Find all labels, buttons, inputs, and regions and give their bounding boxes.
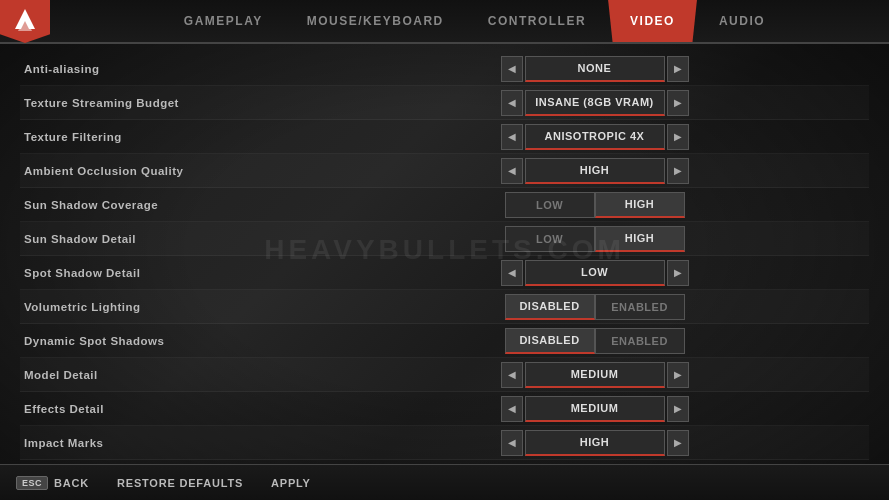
setting-row-volumetric-lighting: Volumetric Lighting Disabled Enabled (20, 290, 869, 324)
setting-label-spot-shadow-detail: Spot Shadow Detail (24, 267, 324, 279)
toggle-high-sun-shadow-coverage[interactable]: High (595, 192, 685, 218)
setting-row-texture-streaming: Texture Streaming Budget ◀ Insane (8GB V… (20, 86, 869, 120)
toggle-low-sun-shadow-detail[interactable]: Low (505, 226, 595, 252)
setting-control-sun-shadow-coverage: Low High (324, 192, 865, 218)
main-content: Anti-aliasing ◀ None ▶ Texture Streaming… (0, 44, 889, 500)
tab-gameplay[interactable]: GAMEPLAY (162, 0, 285, 42)
esc-key-badge: ESC (16, 476, 48, 490)
arrow-right-spot-shadow-detail[interactable]: ▶ (667, 260, 689, 286)
setting-control-dynamic-spot-shadows: Disabled Enabled (324, 328, 865, 354)
tab-video[interactable]: VIDEO (608, 0, 697, 42)
setting-row-dynamic-spot-shadows: Dynamic Spot Shadows Disabled Enabled (20, 324, 869, 358)
back-action[interactable]: ESC Back (16, 476, 89, 490)
setting-row-antialiasing: Anti-aliasing ◀ None ▶ (20, 52, 869, 86)
apply-action[interactable]: Apply (271, 477, 311, 489)
setting-control-effects-detail: ◀ Medium ▶ (324, 396, 865, 422)
setting-row-ambient-occlusion: Ambient Occlusion Quality ◀ High ▶ (20, 154, 869, 188)
tab-mouse-keyboard[interactable]: MOUSE/KEYBOARD (285, 0, 466, 42)
setting-row-impact-marks: Impact Marks ◀ High ▶ (20, 426, 869, 460)
setting-control-texture-filtering: ◀ Anisotropic 4X ▶ (324, 124, 865, 150)
restore-defaults-action[interactable]: Restore Defaults (117, 477, 243, 489)
arrow-right-model-detail[interactable]: ▶ (667, 362, 689, 388)
arrow-left-ambient-occlusion[interactable]: ◀ (501, 158, 523, 184)
arrow-control-effects-detail: ◀ Medium ▶ (501, 396, 689, 422)
arrow-right-texture-streaming[interactable]: ▶ (667, 90, 689, 116)
setting-label-texture-filtering: Texture Filtering (24, 131, 324, 143)
setting-label-texture-streaming: Texture Streaming Budget (24, 97, 324, 109)
toggle-control-sun-shadow-detail: Low High (505, 226, 685, 252)
value-effects-detail: Medium (525, 396, 665, 422)
arrow-control-ambient-occlusion: ◀ High ▶ (501, 158, 689, 184)
setting-label-model-detail: Model Detail (24, 369, 324, 381)
setting-control-antialiasing: ◀ None ▶ (324, 56, 865, 82)
arrow-control-texture-filtering: ◀ Anisotropic 4X ▶ (501, 124, 689, 150)
toggle-control-dynamic-spot-shadows: Disabled Enabled (505, 328, 685, 354)
tab-audio[interactable]: AUDIO (697, 0, 787, 42)
setting-control-volumetric-lighting: Disabled Enabled (324, 294, 865, 320)
toggle-high-sun-shadow-detail[interactable]: High (595, 226, 685, 252)
value-spot-shadow-detail: Low (525, 260, 665, 286)
setting-label-effects-detail: Effects Detail (24, 403, 324, 415)
arrow-left-model-detail[interactable]: ◀ (501, 362, 523, 388)
arrow-left-impact-marks[interactable]: ◀ (501, 430, 523, 456)
setting-label-sun-shadow-detail: Sun Shadow Detail (24, 233, 324, 245)
arrow-right-effects-detail[interactable]: ▶ (667, 396, 689, 422)
value-antialiasing: None (525, 56, 665, 82)
setting-label-impact-marks: Impact Marks (24, 437, 324, 449)
apex-logo (0, 0, 50, 43)
setting-control-model-detail: ◀ Medium ▶ (324, 362, 865, 388)
arrow-left-effects-detail[interactable]: ◀ (501, 396, 523, 422)
value-texture-streaming: Insane (8GB VRAM) (525, 90, 665, 116)
setting-row-model-detail: Model Detail ◀ Medium ▶ (20, 358, 869, 392)
arrow-control-antialiasing: ◀ None ▶ (501, 56, 689, 82)
settings-panel[interactable]: Anti-aliasing ◀ None ▶ Texture Streaming… (0, 44, 889, 464)
toggle-disabled-dynamic-spot-shadows[interactable]: Disabled (505, 328, 595, 354)
toggle-low-sun-shadow-coverage[interactable]: Low (505, 192, 595, 218)
setting-label-volumetric-lighting: Volumetric Lighting (24, 301, 324, 313)
setting-row-sun-shadow-coverage: Sun Shadow Coverage Low High (20, 188, 869, 222)
arrow-right-impact-marks[interactable]: ▶ (667, 430, 689, 456)
restore-defaults-label: Restore Defaults (117, 477, 243, 489)
setting-row-sun-shadow-detail: Sun Shadow Detail Low High (20, 222, 869, 256)
apply-label: Apply (271, 477, 311, 489)
bottom-bar: ESC Back Restore Defaults Apply (0, 464, 889, 500)
arrow-left-texture-streaming[interactable]: ◀ (501, 90, 523, 116)
toggle-control-volumetric-lighting: Disabled Enabled (505, 294, 685, 320)
setting-row-effects-detail: Effects Detail ◀ Medium ▶ (20, 392, 869, 426)
arrow-control-texture-streaming: ◀ Insane (8GB VRAM) ▶ (501, 90, 689, 116)
arrow-right-antialiasing[interactable]: ▶ (667, 56, 689, 82)
setting-label-ambient-occlusion: Ambient Occlusion Quality (24, 165, 324, 177)
toggle-control-sun-shadow-coverage: Low High (505, 192, 685, 218)
arrow-right-texture-filtering[interactable]: ▶ (667, 124, 689, 150)
arrow-left-antialiasing[interactable]: ◀ (501, 56, 523, 82)
setting-control-texture-streaming: ◀ Insane (8GB VRAM) ▶ (324, 90, 865, 116)
setting-label-dynamic-spot-shadows: Dynamic Spot Shadows (24, 335, 324, 347)
value-impact-marks: High (525, 430, 665, 456)
arrow-left-spot-shadow-detail[interactable]: ◀ (501, 260, 523, 286)
value-ambient-occlusion: High (525, 158, 665, 184)
setting-row-texture-filtering: Texture Filtering ◀ Anisotropic 4X ▶ (20, 120, 869, 154)
arrow-right-ambient-occlusion[interactable]: ▶ (667, 158, 689, 184)
setting-control-spot-shadow-detail: ◀ Low ▶ (324, 260, 865, 286)
setting-row-spot-shadow-detail: Spot Shadow Detail ◀ Low ▶ (20, 256, 869, 290)
setting-control-ambient-occlusion: ◀ High ▶ (324, 158, 865, 184)
arrow-left-texture-filtering[interactable]: ◀ (501, 124, 523, 150)
arrow-control-spot-shadow-detail: ◀ Low ▶ (501, 260, 689, 286)
header: GAMEPLAY MOUSE/KEYBOARD CONTROLLER VIDEO… (0, 0, 889, 44)
setting-control-sun-shadow-detail: Low High (324, 226, 865, 252)
tab-controller[interactable]: CONTROLLER (466, 0, 608, 42)
value-model-detail: Medium (525, 362, 665, 388)
setting-label-antialiasing: Anti-aliasing (24, 63, 324, 75)
arrow-control-model-detail: ◀ Medium ▶ (501, 362, 689, 388)
toggle-enabled-dynamic-spot-shadows[interactable]: Enabled (595, 328, 685, 354)
toggle-enabled-volumetric-lighting[interactable]: Enabled (595, 294, 685, 320)
back-label: Back (54, 477, 89, 489)
toggle-disabled-volumetric-lighting[interactable]: Disabled (505, 294, 595, 320)
nav-tabs: GAMEPLAY MOUSE/KEYBOARD CONTROLLER VIDEO… (60, 0, 889, 42)
setting-control-impact-marks: ◀ High ▶ (324, 430, 865, 456)
setting-label-sun-shadow-coverage: Sun Shadow Coverage (24, 199, 324, 211)
arrow-control-impact-marks: ◀ High ▶ (501, 430, 689, 456)
value-texture-filtering: Anisotropic 4X (525, 124, 665, 150)
